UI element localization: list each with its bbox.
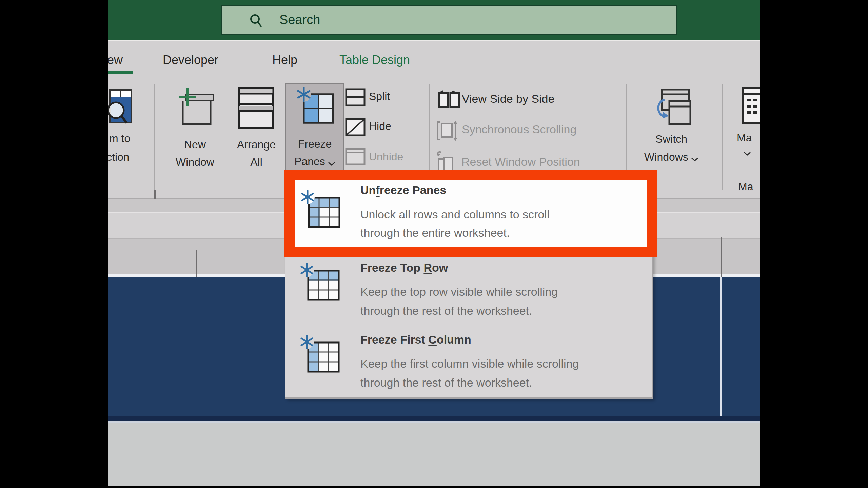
bottom-margin bbox=[108, 423, 760, 486]
tab-help[interactable]: Help bbox=[272, 53, 297, 67]
macros-label-partial: Ma bbox=[737, 132, 752, 144]
highlight-box: Unfreeze Panes Unlock all rows and colum… bbox=[284, 170, 657, 257]
active-tab-underline bbox=[108, 71, 133, 74]
new-window-label-line2: Window bbox=[164, 156, 225, 169]
view-side-by-side-icon bbox=[438, 90, 461, 110]
menu-item-title: Freeze First Column bbox=[360, 333, 471, 346]
synchronous-scrolling-button: Synchronous Scrolling bbox=[436, 119, 626, 142]
menu-item-description: Keep the top row visible while scrolling… bbox=[360, 282, 558, 320]
switch-windows-label-line1: Switch bbox=[641, 133, 702, 145]
synchronous-scrolling-icon bbox=[436, 120, 459, 142]
macros-group-label-partial: Ma bbox=[738, 180, 753, 193]
zoom-to-selection-icon bbox=[108, 89, 136, 129]
unhide-icon bbox=[345, 148, 366, 165]
freeze-top-row-icon bbox=[299, 263, 341, 301]
tab-table-design[interactable]: Table Design bbox=[339, 53, 410, 67]
menu-item-freeze-top-row[interactable]: Freeze Top Row Keep the top row visible … bbox=[285, 260, 652, 324]
zoom-to-selection-label-line1: m to bbox=[109, 132, 130, 145]
hide-icon bbox=[345, 118, 366, 136]
split-label: Split bbox=[369, 90, 390, 103]
freeze-panes-icon bbox=[296, 87, 335, 126]
screenshot-canvas: Search ew Developer Help Table Design m … bbox=[0, 0, 868, 488]
unfreeze-panes-icon bbox=[300, 190, 341, 228]
arrange-all-icon bbox=[238, 86, 275, 130]
new-window-icon bbox=[175, 85, 216, 125]
split-icon bbox=[345, 88, 366, 106]
video-frame: Search ew Developer Help Table Design m … bbox=[108, 0, 760, 488]
search-icon bbox=[249, 13, 264, 28]
arrange-all-label-line2: All bbox=[229, 156, 283, 169]
column-separator-tick bbox=[196, 250, 197, 277]
separator-tick bbox=[154, 190, 156, 199]
search-input[interactable]: Search bbox=[221, 5, 677, 35]
freeze-first-column-icon bbox=[299, 335, 341, 373]
freeze-panes-button[interactable]: Freeze Panes bbox=[285, 83, 344, 171]
worksheet-bottom-line bbox=[108, 421, 760, 423]
menu-item-title: Freeze Top Row bbox=[360, 261, 448, 274]
macros-button[interactable]: Ma Ma bbox=[737, 85, 760, 197]
chevron-down-icon bbox=[691, 157, 698, 162]
menu-item-description: Keep the first column visible while scro… bbox=[360, 354, 579, 392]
zoom-to-selection-label-line2: ction bbox=[108, 151, 130, 163]
unhide-button: Unhide bbox=[345, 147, 427, 168]
view-side-by-side-label: View Side by Side bbox=[462, 92, 554, 105]
hide-button[interactable]: Hide bbox=[345, 117, 427, 138]
switch-windows-label-line2: Windows bbox=[644, 151, 688, 163]
switch-windows-button[interactable]: Switch Windows bbox=[641, 85, 702, 170]
ribbon-separator bbox=[722, 84, 723, 190]
arrange-all-button[interactable]: Arrange All bbox=[233, 83, 280, 175]
macros-icon bbox=[742, 87, 760, 125]
column-separator-tick bbox=[721, 237, 722, 277]
menu-item-unfreeze-panes[interactable]: Unfreeze Panes Unlock all rows and colum… bbox=[295, 180, 647, 247]
worksheet-bottom-shade bbox=[108, 416, 760, 421]
freeze-panes-label-line1: Freeze bbox=[286, 138, 343, 150]
reset-window-position-label: Reset Window Position bbox=[461, 155, 580, 169]
chevron-down-icon bbox=[744, 151, 751, 156]
menu-item-freeze-first-column[interactable]: Freeze First Column Keep the first colum… bbox=[285, 333, 652, 397]
tab-developer[interactable]: Developer bbox=[163, 53, 218, 67]
menu-item-description: Unlock all rows and columns to scroll th… bbox=[360, 205, 549, 242]
arrange-all-label-line1: Arrange bbox=[229, 138, 283, 151]
chevron-down-icon bbox=[328, 161, 335, 166]
search-placeholder: Search bbox=[279, 13, 320, 27]
split-button[interactable]: Split bbox=[345, 87, 427, 109]
new-window-button[interactable]: New Window bbox=[164, 83, 225, 175]
tab-view-partial[interactable]: ew bbox=[108, 53, 123, 67]
worksheet-gridline bbox=[720, 277, 722, 421]
switch-windows-icon bbox=[651, 87, 692, 127]
hide-label: Hide bbox=[369, 120, 391, 133]
menu-item-title: Unfreeze Panes bbox=[360, 183, 446, 197]
view-side-by-side-button[interactable]: View Side by Side bbox=[437, 90, 627, 111]
zoom-to-selection-button[interactable]: m to ction bbox=[108, 86, 152, 168]
freeze-panes-label-line2: Panes bbox=[294, 155, 325, 168]
unhide-label: Unhide bbox=[369, 151, 403, 163]
bottom-black-strip bbox=[108, 486, 760, 488]
new-window-label-line1: New bbox=[164, 138, 225, 151]
synchronous-scrolling-label: Synchronous Scrolling bbox=[462, 123, 576, 136]
ribbon-separator bbox=[154, 84, 155, 190]
